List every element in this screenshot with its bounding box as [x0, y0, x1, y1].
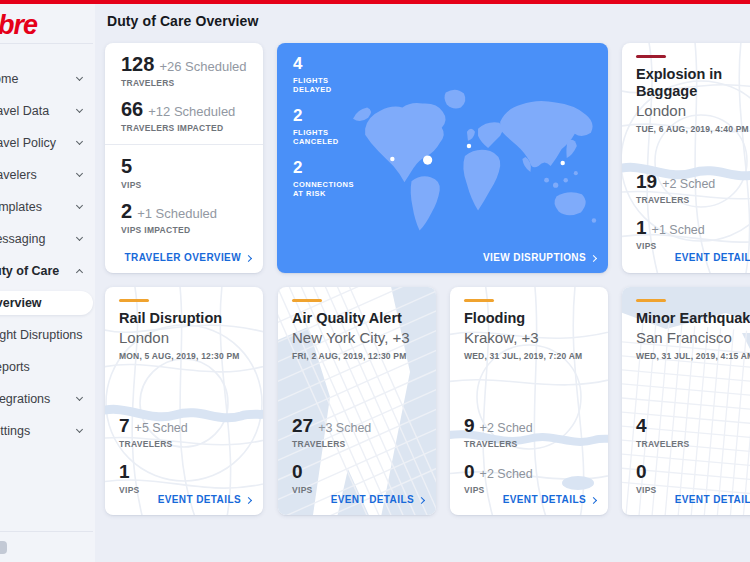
- sidebar-item-label: Messaging: [0, 232, 45, 246]
- chevron-up-icon: [76, 269, 83, 276]
- stat-label: VIPS: [119, 485, 140, 495]
- chevron-down-icon: [76, 394, 83, 401]
- event-card-flooding[interactable]: Flooding Krakow, +3 WED, 31 JUL, 2019, 7…: [450, 287, 608, 515]
- stat-value: 0: [636, 461, 647, 482]
- sabre-logo[interactable]: Sabre: [0, 10, 37, 41]
- sidebar-item-label: Reports: [0, 360, 30, 374]
- stat-travelers: 7 +5 Sched TRAVELERS: [119, 415, 188, 449]
- stat-vips: 0 +2 Sched VIPS: [464, 461, 533, 495]
- chevron-right-icon: [245, 496, 252, 503]
- stat-vips-impacted: 2 +1 Scheduled VIPS IMPACTED: [105, 190, 263, 235]
- severity-bar: [292, 299, 322, 302]
- chevron-down-icon: [76, 138, 83, 145]
- stat-label: CONNECTIONS AT RISK: [293, 180, 357, 198]
- stat-extra: +1 Sched: [652, 223, 705, 237]
- stat-extra: +1 Scheduled: [137, 206, 217, 221]
- stat-extra: +2 Sched: [662, 177, 715, 191]
- event-card-body: Air Quality Alert New York City, +3 FRI,…: [278, 287, 436, 361]
- stat-connections-at-risk: 2 CONNECTIONS AT RISK: [293, 158, 357, 198]
- stat-extra: +12 Scheduled: [148, 104, 235, 119]
- sidebar-item-travel-policy[interactable]: Travel Policy: [0, 127, 95, 159]
- event-details-link[interactable]: EVENT DETAILS: [158, 494, 251, 505]
- event-details-link[interactable]: EVENT DETAILS: [503, 494, 596, 505]
- stat-value: 0: [292, 461, 303, 482]
- flight-disruptions-card: 4 FLIGHTS DELAYED 2 FLIGHTS CANCELED 2 C…: [277, 43, 608, 273]
- sidebar-item-duty-of-care[interactable]: Duty of Care: [0, 255, 95, 287]
- page-title: Duty of Care Overview: [107, 13, 750, 29]
- sidebar-item-travel-data[interactable]: Travel Data: [0, 95, 95, 127]
- event-location: New York City, +3: [292, 329, 424, 346]
- stat-label: VIPS IMPACTED: [121, 225, 249, 235]
- avatar[interactable]: [0, 541, 7, 554]
- sidebar-item-label: Travel Policy: [0, 136, 56, 150]
- sidebar-item-label: Travelers: [0, 168, 37, 182]
- event-title: Rail Disruption: [119, 310, 251, 327]
- sidebar-item-flight-disruptions[interactable]: Flight Disruptions: [0, 319, 95, 351]
- link-label: VIEW DISRUPTIONS: [483, 252, 586, 263]
- disruption-marker: [560, 161, 564, 165]
- event-title: Explosion in Baggage: [636, 66, 750, 100]
- event-details-link[interactable]: EVENT DETAILS: [675, 494, 750, 505]
- event-card-air-quality-alert[interactable]: Air Quality Alert New York City, +3 FRI,…: [278, 287, 436, 515]
- sidebar-item-label: Integrations: [0, 392, 50, 406]
- sidebar-item-label: Duty of Care: [0, 264, 59, 278]
- sidebar: Sabre Home Travel Data Travel Policy Tra…: [0, 4, 95, 562]
- stat-extra: +5 Sched: [135, 421, 188, 435]
- stat-label: FLIGHTS CANCELED: [293, 128, 357, 146]
- event-title: Air Quality Alert: [292, 310, 424, 327]
- sidebar-item-overview[interactable]: Overview: [0, 291, 93, 315]
- stat-label: TRAVELERS IMPACTED: [121, 123, 249, 133]
- event-datetime: TUE, 6 AUG, 2019, 4:40 PM: [636, 124, 750, 134]
- stat-label: TRAVELERS: [119, 439, 188, 449]
- chevron-down-icon: [76, 74, 83, 81]
- stat-label: TRAVELERS: [121, 78, 249, 88]
- chevron-right-icon: [418, 496, 425, 503]
- stat-travelers: 4 TRAVELERS: [636, 415, 690, 449]
- traveler-overview-link[interactable]: TRAVELER OVERVIEW: [125, 252, 251, 263]
- link-label: EVENT DETAILS: [331, 494, 414, 505]
- sidebar-item-messaging[interactable]: Messaging: [0, 223, 95, 255]
- link-label: EVENT DETAILS: [675, 252, 750, 263]
- stat-value: 19: [636, 171, 657, 192]
- stat-label: TRAVELERS: [464, 439, 533, 449]
- view-disruptions-link[interactable]: VIEW DISRUPTIONS: [483, 252, 596, 263]
- stat-flights-canceled: 2 FLIGHTS CANCELED: [293, 106, 357, 146]
- stat-value: 4: [293, 54, 357, 74]
- chevron-down-icon: [76, 426, 83, 433]
- sidebar-item-home[interactable]: Home: [0, 63, 95, 95]
- disruption-marker-large: [423, 155, 432, 164]
- sidebar-item-label: Overview: [0, 296, 42, 310]
- event-card-explosion-in-baggage[interactable]: Explosion in Baggage London TUE, 6 AUG, …: [622, 43, 750, 273]
- stat-value: 66: [121, 98, 143, 120]
- chevron-down-icon: [76, 170, 83, 177]
- stat-flights-delayed: 4 FLIGHTS DELAYED: [293, 54, 357, 94]
- event-datetime: WED, 31 JUL, 2019, 4:15 AM: [636, 351, 750, 361]
- stat-value: 5: [121, 155, 132, 177]
- sidebar-item-label: Flight Disruptions: [0, 328, 83, 342]
- event-datetime: FRI, 2 AUG, 2019, 12:30 PM: [292, 351, 424, 361]
- sidebar-item-label: Templates: [0, 200, 42, 214]
- link-label: EVENT DETAILS: [158, 494, 241, 505]
- event-location: London: [119, 329, 251, 346]
- event-datetime: MON, 5 AUG, 2019, 12:30 PM: [119, 351, 251, 361]
- event-details-link[interactable]: EVENT DETAILS: [331, 494, 424, 505]
- traveler-summary-card: 128 +26 Scheduled TRAVELERS 66 +12 Sched…: [105, 43, 263, 273]
- stat-travelers: 128 +26 Scheduled TRAVELERS: [105, 43, 263, 88]
- sidebar-nav: Home Travel Data Travel Policy Travelers…: [0, 63, 95, 447]
- event-details-link[interactable]: EVENT DETAILS: [675, 252, 750, 263]
- chevron-down-icon: [76, 106, 83, 113]
- stat-value: 1: [636, 217, 647, 238]
- event-card-rail-disruption[interactable]: Rail Disruption London MON, 5 AUG, 2019,…: [105, 287, 263, 515]
- sidebar-item-travelers[interactable]: Travelers: [0, 159, 95, 191]
- stat-value: 4: [636, 415, 647, 436]
- event-card-minor-earthquake[interactable]: Minor Earthquake San Francisco WED, 31 J…: [622, 287, 750, 515]
- sidebar-item-settings[interactable]: Settings: [0, 415, 95, 447]
- stat-value: 2: [121, 200, 132, 222]
- main-content: Duty of Care Overview 128 +26 Scheduled …: [105, 4, 750, 562]
- sidebar-item-integrations[interactable]: Integrations: [0, 383, 95, 415]
- stat-travelers: 27 +3 Sched TRAVELERS: [292, 415, 371, 449]
- sidebar-item-templates[interactable]: Templates: [0, 191, 95, 223]
- severity-bar: [636, 299, 666, 302]
- stat-vips: 1 VIPS: [119, 461, 140, 495]
- sidebar-item-reports[interactable]: Reports: [0, 351, 95, 383]
